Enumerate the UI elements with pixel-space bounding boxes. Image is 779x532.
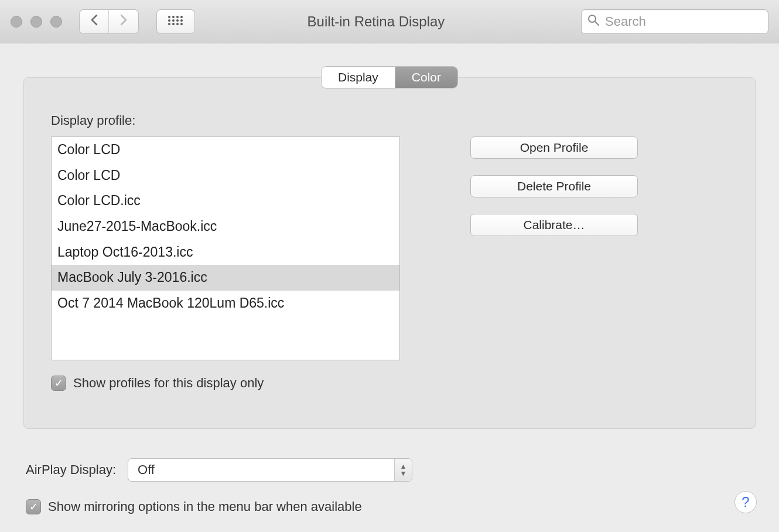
show-profiles-only-label: Show profiles for this display only [73, 376, 264, 391]
tab-color[interactable]: Color [395, 67, 457, 88]
airplay-row: AirPlay Display: Off ▲ ▼ [26, 458, 753, 482]
back-button[interactable] [80, 10, 109, 33]
svg-point-6 [176, 19, 179, 22]
segmented-control: Display Color [322, 67, 457, 88]
forward-button[interactable] [109, 10, 138, 33]
chevron-down-icon: ▼ [400, 470, 407, 477]
svg-point-5 [172, 19, 175, 22]
mirroring-row: ✓ Show mirroring options in the menu bar… [26, 499, 753, 514]
profile-list-item[interactable]: Color LCD [52, 137, 399, 163]
svg-line-13 [595, 22, 599, 25]
profile-list-item[interactable]: Oct 7 2014 MacBook 120Lum D65.icc [52, 291, 399, 316]
svg-point-4 [168, 19, 170, 22]
open-profile-button[interactable]: Open Profile [470, 137, 638, 159]
profile-list-item[interactable]: Color LCD.icc [52, 188, 399, 214]
svg-point-7 [180, 19, 183, 22]
window-title: Built-in Retina Display [203, 13, 573, 30]
chevron-left-icon [90, 14, 98, 29]
show-profiles-only-row: ✓ Show profiles for this display only [51, 376, 728, 391]
grid-icon [168, 15, 184, 29]
chevron-right-icon [119, 14, 128, 29]
airplay-select[interactable]: Off ▲ ▼ [128, 458, 412, 482]
zoom-window-button[interactable] [50, 16, 62, 28]
mirroring-label: Show mirroring options in the menu bar w… [48, 499, 362, 514]
footer: AirPlay Display: Off ▲ ▼ ✓ Show mirrorin… [0, 441, 779, 532]
display-profile-label: Display profile: [51, 113, 728, 128]
nav-buttons [80, 10, 138, 33]
minimize-window-button[interactable] [30, 16, 42, 28]
svg-point-9 [172, 23, 175, 25]
checkmark-icon: ✓ [29, 500, 38, 513]
delete-profile-button[interactable]: Delete Profile [470, 175, 638, 197]
show-all-button[interactable] [157, 10, 194, 33]
airplay-label: AirPlay Display: [26, 462, 116, 478]
toolbar: Built-in Retina Display [0, 0, 779, 43]
panel-color: Display profile: Color LCDColor LCDColor… [23, 77, 756, 429]
svg-point-12 [589, 15, 596, 22]
svg-point-2 [176, 16, 179, 18]
select-stepper[interactable]: ▲ ▼ [394, 459, 412, 481]
help-icon: ? [742, 494, 749, 510]
profile-actions: Open Profile Delete Profile Calibrate… [470, 137, 638, 236]
profile-list-item[interactable]: June27-2015-MacBook.icc [52, 214, 399, 240]
close-window-button[interactable] [11, 16, 22, 28]
calibrate-button[interactable]: Calibrate… [470, 214, 638, 236]
profile-list-item[interactable]: Laptop Oct16-2013.icc [52, 240, 399, 265]
tab-display[interactable]: Display [322, 67, 395, 88]
display-profile-list[interactable]: Color LCDColor LCDColor LCD.iccJune27-20… [51, 137, 400, 360]
svg-point-8 [168, 23, 170, 25]
search-field[interactable] [581, 9, 768, 34]
profile-list-item[interactable]: Color LCD [52, 163, 399, 189]
help-button[interactable]: ? [734, 491, 757, 513]
window-controls [11, 16, 62, 28]
show-profiles-only-checkbox[interactable]: ✓ [51, 376, 66, 391]
svg-point-3 [180, 16, 183, 18]
svg-point-1 [172, 16, 175, 18]
airplay-value: Off [138, 462, 155, 478]
checkmark-icon: ✓ [54, 377, 63, 390]
search-icon [587, 14, 599, 29]
search-input[interactable] [605, 14, 762, 29]
svg-point-0 [168, 16, 170, 18]
tab-strip: Display Color [23, 67, 756, 88]
svg-point-10 [176, 23, 179, 25]
mirroring-checkbox[interactable]: ✓ [26, 499, 41, 514]
svg-point-11 [180, 23, 183, 25]
profile-list-item[interactable]: MacBook July 3-2016.icc [52, 265, 399, 291]
content-area: Display Color Display profile: Color LCD… [0, 43, 779, 441]
